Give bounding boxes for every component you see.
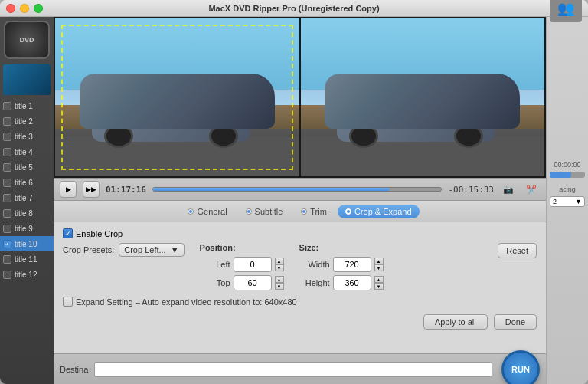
- title6-checkbox[interactable]: ✓: [3, 179, 11, 187]
- left-down-btn[interactable]: ▼: [275, 264, 284, 271]
- height-up-btn[interactable]: ▲: [374, 276, 384, 283]
- sidebar: DVD ✓ title 1 ✓ title 2 ✓ title 3: [0, 17, 54, 384]
- expand-setting-row: Expand Setting – Auto expand video resol…: [63, 297, 537, 307]
- crop-button[interactable]: ✂️: [523, 181, 540, 198]
- sidebar-item-title9[interactable]: ✓ title 9: [0, 221, 54, 236]
- sidebar-item-title8[interactable]: ✓ title 8: [0, 205, 54, 221]
- tab-crop-radio: [345, 208, 351, 215]
- controls-bar: ▶ ▶▶ 01:17:16 -00:15:33 📷 ✂️: [54, 178, 546, 201]
- height-field-row: Height ▲ ▼: [299, 275, 384, 290]
- title9-checkbox[interactable]: ✓: [3, 225, 11, 233]
- sidebar-thumbnail: [3, 64, 51, 95]
- width-field-row: Width ▲ ▼: [299, 257, 384, 272]
- destination-label: Destina: [60, 365, 88, 374]
- window-controls: [6, 4, 43, 13]
- height-down-btn[interactable]: ▼: [374, 283, 384, 290]
- title11-checkbox[interactable]: ✓: [3, 255, 11, 264]
- top-input[interactable]: [234, 275, 272, 290]
- progress-fill: [153, 188, 390, 191]
- title2-checkbox[interactable]: ✓: [3, 117, 11, 126]
- crop-presets-select[interactable]: Crop Left... ▼: [119, 243, 184, 257]
- position-size-section: Position: Left ▲ ▼ Top: [200, 243, 483, 290]
- title7-checkbox[interactable]: ✓: [3, 194, 11, 202]
- apply-to-all-button[interactable]: Apply to all: [423, 314, 488, 330]
- destination-field[interactable]: [94, 362, 492, 377]
- top-down-btn[interactable]: ▼: [275, 283, 284, 290]
- sidebar-item-title3[interactable]: ✓ title 3: [0, 129, 54, 144]
- run-button[interactable]: RUN: [501, 350, 540, 385]
- height-input[interactable]: [333, 275, 371, 290]
- bottom-bar: Destina RUN: [54, 353, 546, 384]
- title10-checkbox[interactable]: ✓: [3, 240, 11, 248]
- window-title: MacX DVD Ripper Pro (Unregistered Copy): [208, 4, 379, 13]
- people-icon: 👥: [557, 0, 574, 17]
- titlebar: MacX DVD Ripper Pro (Unregistered Copy) …: [0, 0, 588, 17]
- right-dropdown-icon: ▼: [575, 198, 582, 205]
- sidebar-item-title4[interactable]: ✓ title 4: [0, 144, 54, 159]
- close-button[interactable]: [6, 4, 15, 13]
- video-preview-area: [54, 17, 546, 178]
- minimize-button[interactable]: [20, 4, 29, 13]
- enable-crop-label[interactable]: ✓ Enable Crop: [63, 228, 122, 238]
- sidebar-item-title10[interactable]: ✓ title 10: [0, 236, 54, 251]
- spacing-select[interactable]: 2 ▼: [550, 196, 585, 207]
- right-progress-bar[interactable]: [550, 172, 585, 178]
- right-video-content: [301, 18, 545, 176]
- left-field-row: Left ▲ ▼: [200, 257, 284, 272]
- tab-trim-radio: [301, 208, 307, 215]
- dvd-logo: DVD: [4, 21, 50, 59]
- position-group: Position: Left ▲ ▼ Top: [200, 243, 284, 290]
- tab-subtitle-radio: [246, 208, 252, 215]
- sidebar-item-title11[interactable]: ✓ title 11: [0, 251, 54, 267]
- enable-crop-checkbox[interactable]: ✓: [63, 228, 73, 238]
- title-list: ✓ title 1 ✓ title 2 ✓ title 3 ✓ title 4 …: [0, 97, 54, 384]
- settings-panel: ✓ Enable Crop Crop Presets: Crop Left...: [54, 222, 546, 353]
- title1-checkbox[interactable]: ✓: [3, 102, 11, 110]
- title12-checkbox[interactable]: ✓: [3, 271, 11, 279]
- size-group: Size: Width ▲ ▼ Height: [299, 243, 384, 290]
- expand-checkbox[interactable]: [63, 297, 73, 307]
- progress-bar[interactable]: [152, 187, 442, 192]
- width-down-btn[interactable]: ▼: [374, 264, 384, 271]
- time-display-right: 00:00:00: [554, 161, 580, 169]
- left-video-panel: [55, 18, 299, 176]
- width-stepper: ▲ ▼: [374, 258, 384, 271]
- tab-general-radio: [188, 208, 194, 215]
- sidebar-item-title6[interactable]: ✓ title 6: [0, 175, 54, 190]
- sidebar-item-title5[interactable]: ✓ title 5: [0, 159, 54, 175]
- right-progress-fill: [550, 172, 571, 178]
- title8-checkbox[interactable]: ✓: [3, 209, 11, 218]
- spacing-label: acing: [559, 185, 576, 193]
- right-extra-panel: 00:00:00 acing 2 ▼: [546, 17, 588, 384]
- tab-crop-expand[interactable]: Crop & Expand: [338, 205, 420, 218]
- sidebar-item-title7[interactable]: ✓ title 7: [0, 190, 54, 205]
- tab-subtitle[interactable]: Subtitle: [238, 205, 291, 218]
- left-stepper: ▲ ▼: [275, 258, 284, 271]
- fast-forward-button[interactable]: ▶▶: [83, 181, 100, 198]
- end-time: -00:15:33: [448, 185, 494, 195]
- reset-button[interactable]: Reset: [498, 243, 537, 258]
- sidebar-item-title12[interactable]: ✓ title 12: [0, 267, 54, 282]
- left-input[interactable]: [234, 257, 272, 272]
- done-button[interactable]: Done: [494, 314, 537, 330]
- current-time: 01:17:16: [106, 185, 146, 195]
- left-up-btn[interactable]: ▲: [275, 258, 284, 264]
- sidebar-item-title2[interactable]: ✓ title 2: [0, 113, 54, 129]
- title3-checkbox[interactable]: ✓: [3, 133, 11, 141]
- play-button[interactable]: ▶: [60, 181, 77, 198]
- crop-presets-section: Crop Presets: Crop Left... ▼: [63, 243, 185, 257]
- title4-checkbox[interactable]: ✓: [3, 148, 11, 156]
- maximize-button[interactable]: [34, 4, 43, 13]
- tab-general[interactable]: General: [180, 205, 234, 218]
- width-up-btn[interactable]: ▲: [374, 258, 384, 264]
- screenshot-button[interactable]: 📷: [500, 181, 517, 198]
- tab-trim[interactable]: Trim: [293, 205, 335, 218]
- main-settings-row: Crop Presets: Crop Left... ▼ Position:: [63, 243, 537, 290]
- sidebar-item-title1[interactable]: ✓ title 1: [0, 98, 54, 113]
- center-panel: ▶ ▶▶ 01:17:16 -00:15:33 📷 ✂️: [54, 17, 546, 384]
- width-input[interactable]: [333, 257, 371, 272]
- height-stepper: ▲ ▼: [374, 276, 384, 290]
- title5-checkbox[interactable]: ✓: [3, 163, 11, 172]
- top-up-btn[interactable]: ▲: [275, 276, 284, 283]
- left-video-content: [55, 18, 299, 176]
